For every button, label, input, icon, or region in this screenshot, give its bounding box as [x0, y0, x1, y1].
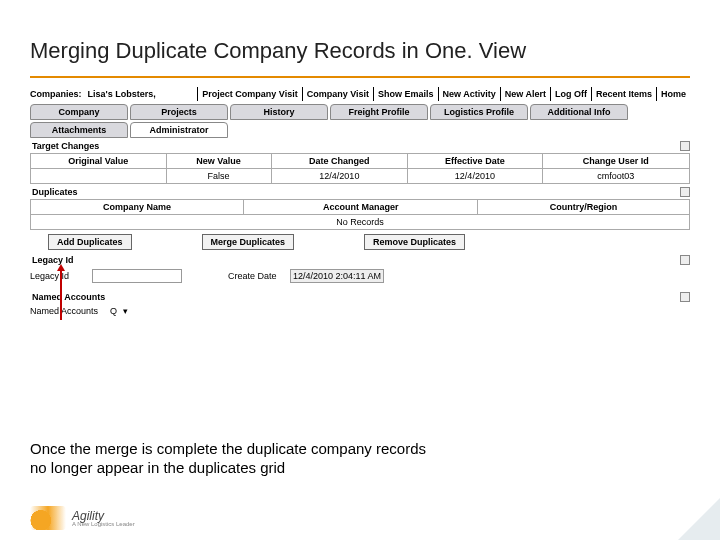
cell-original	[31, 169, 167, 184]
collapse-icon[interactable]	[680, 187, 690, 197]
cell-user: cmfoot03	[542, 169, 689, 184]
action-show-emails[interactable]: Show Emails	[373, 87, 438, 101]
action-home[interactable]: Home	[656, 87, 690, 101]
tab-projects[interactable]: Projects	[130, 104, 228, 120]
table-row: False 12/4/2010 12/4/2010 cmfoot03	[31, 169, 690, 184]
cell-changed: 12/4/2010	[271, 169, 407, 184]
section-named-accounts: Named Accounts	[30, 289, 105, 304]
col-account-manager: Account Manager	[244, 200, 478, 215]
duplicates-buttons: Add Duplicates Merge Duplicates Remove D…	[48, 234, 690, 250]
tab-freight-profile[interactable]: Freight Profile	[330, 104, 428, 120]
collapse-icon[interactable]	[680, 292, 690, 302]
target-changes-grid: Original Value New Value Date Changed Ef…	[30, 153, 690, 184]
tabs-row-2: Attachments Administrator	[30, 122, 690, 138]
dropdown-button[interactable]: ▾	[123, 306, 128, 316]
add-duplicates-button[interactable]: Add Duplicates	[48, 234, 132, 250]
cell-effective: 12/4/2010	[408, 169, 543, 184]
lookup-button[interactable]: Q	[110, 306, 117, 316]
action-new-alert[interactable]: New Alert	[500, 87, 550, 101]
action-company-visit[interactable]: Company Visit	[302, 87, 373, 101]
col-company-name: Company Name	[31, 200, 244, 215]
tab-company[interactable]: Company	[30, 104, 128, 120]
breadcrumb-label: Companies:	[30, 89, 82, 99]
section-legacy-id: Legacy Id	[30, 252, 74, 267]
tab-additional-info[interactable]: Additional Info	[530, 104, 628, 120]
tab-attachments[interactable]: Attachments	[30, 122, 128, 138]
merge-duplicates-button[interactable]: Merge Duplicates	[202, 234, 295, 250]
create-date-value: 12/4/2010 2:04:11 AM	[290, 269, 384, 283]
collapse-icon[interactable]	[680, 141, 690, 151]
no-records-row: No Records	[31, 215, 690, 230]
breadcrumb-value: Lisa's Lobsters,	[88, 89, 156, 99]
callout-arrow	[60, 270, 62, 320]
collapse-icon[interactable]	[680, 255, 690, 265]
app-screenshot: Companies: Lisa's Lobsters, Project Comp…	[30, 86, 690, 316]
title-underline	[30, 76, 690, 78]
col-country-region: Country/Region	[478, 200, 690, 215]
no-records-text: No Records	[31, 215, 690, 230]
col-change-user: Change User Id	[542, 154, 689, 169]
legacy-id-label: Legacy Id	[30, 271, 86, 281]
header-actions: Project Company Visit Company Visit Show…	[197, 87, 690, 101]
legacy-id-input[interactable]	[92, 269, 182, 283]
app-header: Companies: Lisa's Lobsters, Project Comp…	[30, 86, 690, 102]
col-effective-date: Effective Date	[408, 154, 543, 169]
action-project-visit[interactable]: Project Company Visit	[197, 87, 301, 101]
section-duplicates: Duplicates	[30, 184, 78, 199]
logo-tagline: A New Logistics Leader	[72, 521, 135, 527]
action-log-off[interactable]: Log Off	[550, 87, 591, 101]
action-new-activity[interactable]: New Activity	[438, 87, 500, 101]
cell-new: False	[166, 169, 271, 184]
caption-line-1: Once the merge is complete the duplicate…	[30, 440, 426, 459]
col-new-value: New Value	[166, 154, 271, 169]
remove-duplicates-button[interactable]: Remove Duplicates	[364, 234, 465, 250]
action-recent-items[interactable]: Recent Items	[591, 87, 656, 101]
tabs-row-1: Company Projects History Freight Profile…	[30, 104, 690, 120]
agility-logo: Agility A New Logistics Leader	[30, 506, 135, 530]
slide-title: Merging Duplicate Company Records in One…	[30, 38, 690, 64]
create-date-label: Create Date	[228, 271, 284, 281]
section-target-changes: Target Changes	[30, 138, 99, 153]
duplicates-grid: Company Name Account Manager Country/Reg…	[30, 199, 690, 230]
tab-administrator[interactable]: Administrator	[130, 122, 228, 138]
col-date-changed: Date Changed	[271, 154, 407, 169]
slide-caption: Once the merge is complete the duplicate…	[30, 440, 426, 478]
named-accounts-label: Named Accounts	[30, 306, 98, 316]
corner-decoration	[678, 498, 720, 540]
logo-mark-icon	[30, 506, 66, 530]
col-original-value: Original Value	[31, 154, 167, 169]
caption-line-2: no longer appear in the duplicates grid	[30, 459, 426, 478]
tab-history[interactable]: History	[230, 104, 328, 120]
tab-logistics-profile[interactable]: Logistics Profile	[430, 104, 528, 120]
